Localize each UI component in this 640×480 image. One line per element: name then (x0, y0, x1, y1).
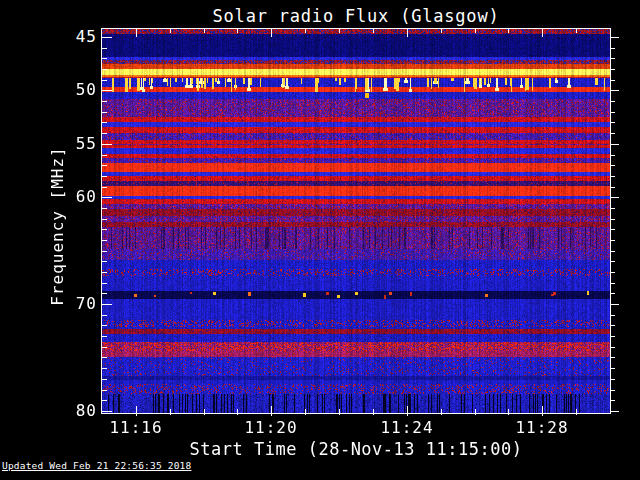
y-tick (102, 176, 107, 177)
x-tick (204, 29, 205, 33)
y-tick (611, 187, 615, 188)
y-tick (611, 133, 615, 134)
x-tick (305, 409, 306, 415)
y-tick (102, 400, 107, 401)
x-tick (136, 29, 137, 37)
y-tick (611, 325, 615, 326)
y-tick (102, 133, 107, 134)
y-tick (102, 144, 112, 145)
updated-timestamp: Updated Wed Feb 21 22:56:35 2018 (2, 460, 191, 471)
y-tick (102, 37, 112, 38)
y-tick-label: 80 (55, 402, 97, 420)
y-tick (611, 336, 615, 337)
y-tick (611, 400, 615, 401)
x-tick (373, 409, 374, 415)
x-tick (204, 409, 205, 415)
y-tick (611, 283, 615, 284)
x-tick (441, 409, 442, 415)
x-tick (542, 29, 543, 37)
y-tick (611, 315, 615, 316)
x-tick (576, 29, 577, 33)
y-tick (611, 293, 615, 294)
y-tick (102, 347, 107, 348)
y-tick-label: 45 (55, 28, 97, 46)
y-axis-title: Frequency [MHz] (49, 116, 67, 336)
y-tick (102, 261, 107, 262)
y-tick (611, 101, 615, 102)
x-tick (407, 406, 408, 416)
y-tick (102, 368, 107, 369)
y-tick (102, 411, 112, 412)
x-tick (170, 29, 171, 33)
x-tick (136, 406, 137, 416)
y-tick (611, 197, 619, 198)
spectrogram-figure: Solar radio Flux (Glasgow) 455055607080 … (0, 0, 640, 480)
x-tick (373, 29, 374, 33)
y-tick (102, 101, 107, 102)
y-tick (611, 251, 615, 252)
x-tick (237, 409, 238, 415)
x-tick-label: 11:28 (502, 419, 582, 437)
y-tick (611, 368, 615, 369)
x-tick (542, 406, 543, 416)
y-tick (102, 390, 107, 391)
y-tick (102, 112, 107, 113)
y-tick (611, 122, 615, 123)
x-tick-label: 11:20 (231, 419, 311, 437)
y-tick (611, 304, 619, 305)
y-tick (102, 69, 107, 70)
y-tick (102, 90, 112, 91)
x-tick (271, 29, 272, 37)
spectrogram-plot (101, 28, 611, 414)
y-tick (611, 379, 615, 380)
y-tick (611, 347, 615, 348)
x-tick-label: 11:24 (367, 419, 447, 437)
x-tick (237, 29, 238, 33)
x-axis-title: Start Time (28-Nov-13 11:15:00) (106, 439, 606, 459)
y-tick (611, 219, 615, 220)
x-tick (271, 406, 272, 416)
y-tick (611, 357, 615, 358)
y-tick (102, 315, 107, 316)
y-tick (611, 390, 615, 391)
y-tick (102, 283, 107, 284)
x-tick (170, 409, 171, 415)
y-tick (102, 58, 107, 59)
y-tick (102, 208, 107, 209)
y-tick (102, 229, 107, 230)
x-tick (339, 409, 340, 415)
x-tick (508, 29, 509, 33)
y-tick (102, 251, 107, 252)
chart-title: Solar radio Flux (Glasgow) (102, 6, 610, 26)
y-tick (611, 58, 615, 59)
y-tick (102, 155, 107, 156)
y-tick (102, 122, 107, 123)
y-tick (611, 272, 615, 273)
y-tick (611, 208, 615, 209)
x-tick (339, 29, 340, 33)
spectrogram-canvas (102, 29, 610, 413)
x-tick (441, 29, 442, 33)
y-tick (102, 165, 107, 166)
x-tick (508, 409, 509, 415)
y-tick (611, 112, 615, 113)
y-tick (102, 293, 107, 294)
y-tick (611, 80, 615, 81)
y-tick (611, 90, 619, 91)
y-tick (611, 144, 619, 145)
y-tick (102, 219, 107, 220)
y-tick (611, 411, 619, 412)
y-tick (102, 240, 107, 241)
y-tick (102, 304, 112, 305)
x-tick (576, 409, 577, 415)
y-tick (611, 155, 615, 156)
x-tick (305, 29, 306, 33)
y-tick (611, 165, 615, 166)
x-tick (475, 409, 476, 415)
y-tick (102, 187, 107, 188)
y-tick (102, 357, 107, 358)
y-tick (102, 80, 107, 81)
y-tick (611, 229, 615, 230)
y-tick-label: 50 (55, 81, 97, 99)
y-tick (611, 261, 615, 262)
